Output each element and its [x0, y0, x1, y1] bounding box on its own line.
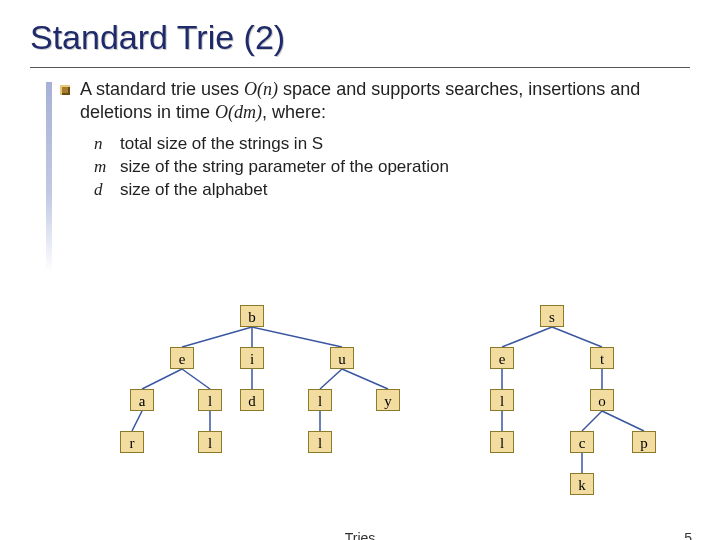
- edge-s-t: [552, 327, 602, 347]
- trie-node-p: p: [632, 431, 656, 453]
- trie-diagram: bseiuetaldlylorlllcpk: [0, 305, 720, 525]
- edge-u-l2: [320, 369, 342, 389]
- edge-a-r: [132, 411, 142, 431]
- bullet-1: A standard trie uses O(n) space and supp…: [60, 78, 660, 125]
- trie-node-t: t: [590, 347, 614, 369]
- edge-b-u: [252, 327, 342, 347]
- edge-e1-a: [142, 369, 182, 389]
- trie-node-y: y: [376, 389, 400, 411]
- trie-node-l6: l: [490, 431, 514, 453]
- desc-d: size of the alphabet: [120, 179, 267, 202]
- trie-node-l3: l: [490, 389, 514, 411]
- edge-s-e2: [502, 327, 552, 347]
- trie-node-e2: e: [490, 347, 514, 369]
- trie-node-o: o: [590, 389, 614, 411]
- desc-m: size of the string parameter of the oper…: [120, 156, 449, 179]
- page-number: 5: [684, 530, 692, 540]
- def-n: n total size of the strings in S: [94, 133, 660, 156]
- diamond-bullet-icon: [60, 85, 70, 95]
- trie-edges: [0, 305, 720, 525]
- trie-node-r: r: [120, 431, 144, 453]
- edge-o-c: [582, 411, 602, 431]
- var-m: m: [94, 156, 112, 179]
- edge-u-y: [342, 369, 388, 389]
- var-d: d: [94, 179, 112, 202]
- edge-o-p: [602, 411, 644, 431]
- math-o-n: O(n): [244, 79, 278, 99]
- trie-node-s: s: [540, 305, 564, 327]
- slide-title: Standard Trie (2): [0, 0, 720, 63]
- trie-node-k: k: [570, 473, 594, 495]
- slide-body: A standard trie uses O(n) space and supp…: [0, 78, 720, 202]
- desc-n: total size of the strings in S: [120, 133, 323, 156]
- def-m: m size of the string parameter of the op…: [94, 156, 660, 179]
- trie-node-l2: l: [308, 389, 332, 411]
- text: A standard trie uses: [80, 79, 244, 99]
- trie-node-u: u: [330, 347, 354, 369]
- trie-node-a: a: [130, 389, 154, 411]
- trie-node-l5: l: [308, 431, 332, 453]
- accent-bar: [46, 82, 52, 272]
- edge-b-e1: [182, 327, 252, 347]
- trie-node-d1: d: [240, 389, 264, 411]
- trie-node-l1: l: [198, 389, 222, 411]
- trie-node-l4: l: [198, 431, 222, 453]
- math-o-dm: O(dm): [215, 102, 262, 122]
- definitions: n total size of the strings in S m size …: [94, 133, 660, 202]
- footer-title: Tries: [0, 530, 720, 540]
- text: , where:: [262, 102, 326, 122]
- edge-e1-l1: [182, 369, 210, 389]
- trie-node-c: c: [570, 431, 594, 453]
- def-d: d size of the alphabet: [94, 179, 660, 202]
- var-n: n: [94, 133, 112, 156]
- trie-node-b: b: [240, 305, 264, 327]
- trie-node-e1: e: [170, 347, 194, 369]
- bullet-1-text: A standard trie uses O(n) space and supp…: [80, 78, 660, 125]
- trie-node-i: i: [240, 347, 264, 369]
- title-rule: [30, 67, 690, 68]
